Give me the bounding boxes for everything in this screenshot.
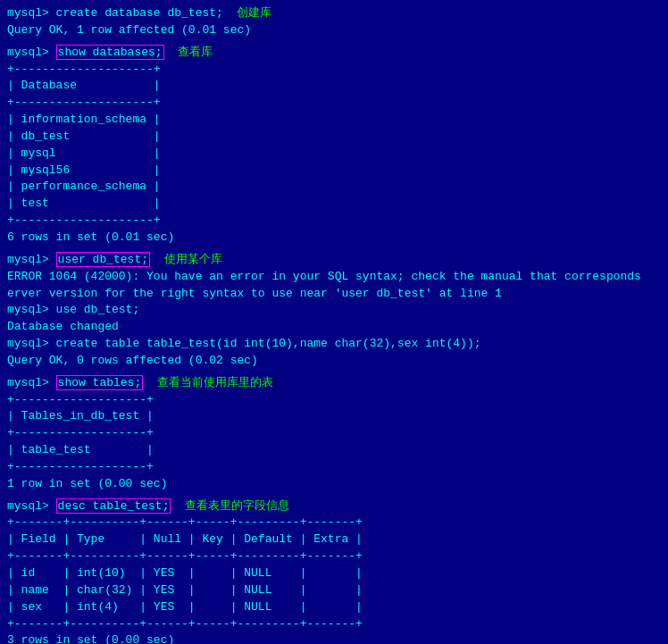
prompt-3: mysql> xyxy=(7,253,56,266)
tables-table-bottom: +-------------------+ xyxy=(7,459,661,476)
tables-table-header: | Tables_in_db_test | xyxy=(7,408,661,425)
annotation-show-db: 查看库 xyxy=(178,46,213,59)
line-create-table: mysql> create table table_test(id int(10… xyxy=(7,336,661,353)
line-query-ok-1: Query OK, 1 row affected (0.01 sec) xyxy=(7,22,661,39)
desc-row-id: | id | int(10) | YES | | NULL | | xyxy=(7,565,661,582)
desc-table-sep: +-------+----------+------+-----+-------… xyxy=(7,548,661,565)
line-db-changed: Database changed xyxy=(7,319,661,336)
line-6-rows: 6 rows in set (0.01 sec) xyxy=(7,230,661,247)
line-use-db: mysql> use db_test; xyxy=(7,302,661,319)
tables-row-table-test: | table_test | xyxy=(7,442,661,459)
cmd-user-db: user db_test; xyxy=(56,252,150,267)
cmd-desc-table: desc table_test; xyxy=(56,498,171,514)
line-error-1064: ERROR 1064 (42000): You have an error in… xyxy=(7,269,661,286)
annotation-create-db: 创建库 xyxy=(237,6,271,20)
desc-row-sex: | sex | int(4) | YES | | NULL | | xyxy=(7,599,661,616)
prompt-2: mysql> xyxy=(7,46,56,59)
db-table-header: | Database | xyxy=(7,78,661,95)
cmd-create-db: create database db_test; xyxy=(56,6,223,20)
annotation-desc-table: 查看表里的字段信息 xyxy=(185,499,289,513)
annotation-use-db: 使用某个库 xyxy=(164,253,222,266)
db-row-db-test: | db_test | xyxy=(7,129,661,146)
prompt-5: mysql> xyxy=(7,376,56,389)
db-table-sep: +--------------------+ xyxy=(7,95,661,112)
db-table-top: +--------------------+ xyxy=(7,62,661,79)
db-table-bottom: +--------------------+ xyxy=(7,213,661,230)
desc-table-top: +-------+----------+------+-----+-------… xyxy=(7,514,661,531)
prompt-6: mysql> xyxy=(7,499,56,513)
tables-table-top: +-------------------+ xyxy=(7,392,661,409)
output-query-ok-1: Query OK, 1 row affected (0.01 sec) xyxy=(7,23,251,37)
db-row-info-schema: | information_schema | xyxy=(7,112,661,129)
db-row-mysql56: | mysql56 | xyxy=(7,163,661,180)
db-row-mysql: | mysql | xyxy=(7,146,661,163)
desc-table-header: | Field | Type | Null | Key | Default | … xyxy=(7,531,661,548)
line-create-db: mysql> create database db_test; 创建库 xyxy=(7,5,661,22)
line-3-rows: 3 rows in set (0.00 sec) xyxy=(7,632,661,644)
line-error-cont: erver version for the right syntax to us… xyxy=(7,286,661,303)
annotation-show-tables: 查看当前使用库里的表 xyxy=(157,376,273,389)
db-row-test: | test | xyxy=(7,196,661,213)
desc-row-name: | name | char(32) | YES | | NULL | | xyxy=(7,582,661,599)
tables-table-sep: +-------------------+ xyxy=(7,425,661,442)
terminal-window: mysql> create database db_test; 创建库 Quer… xyxy=(7,5,661,644)
line-user-db: mysql> user db_test; 使用某个库 xyxy=(7,252,661,269)
line-query-ok-2: Query OK, 0 rows affected (0.02 sec) xyxy=(7,353,661,370)
cmd-show-databases: show databases; xyxy=(56,45,164,60)
prompt-4: mysql> xyxy=(7,303,56,316)
line-1-row: 1 row in set (0.00 sec) xyxy=(7,476,661,493)
cmd-use-db: use db_test; xyxy=(56,303,140,316)
line-show-databases: mysql> show databases; 查看库 xyxy=(7,45,661,62)
db-row-perf-schema: | performance_schema | xyxy=(7,179,661,196)
cmd-show-tables: show tables; xyxy=(56,375,144,390)
desc-table-bottom: +-------+----------+------+-----+-------… xyxy=(7,616,661,633)
line-show-tables: mysql> show tables; 查看当前使用库里的表 xyxy=(7,375,661,392)
prompt-1: mysql> xyxy=(7,6,56,20)
line-desc-table: mysql> desc table_test; 查看表里的字段信息 xyxy=(7,498,661,515)
